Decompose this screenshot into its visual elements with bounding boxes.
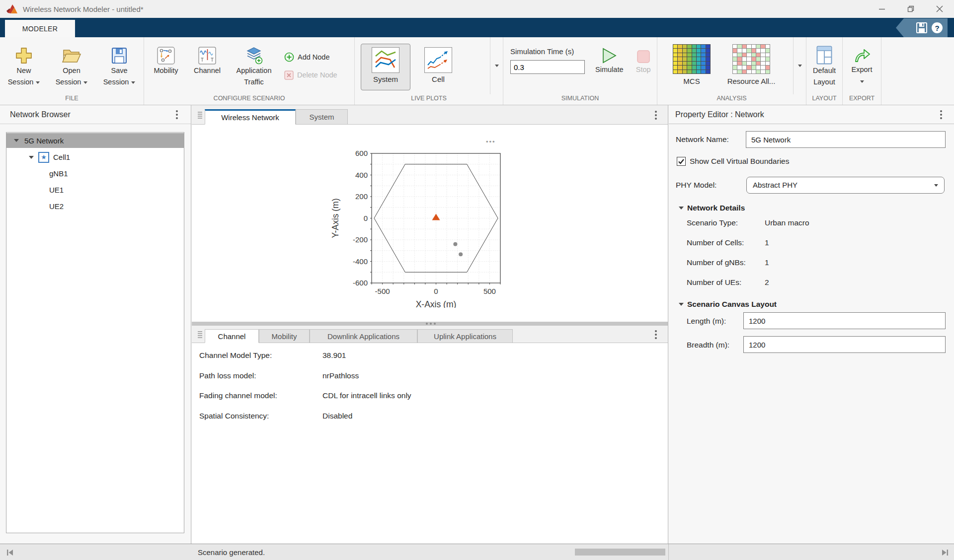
tree-expander-icon[interactable] [29,156,34,159]
simulate-button[interactable]: Simulate [589,37,630,94]
detail-label: Scenario Type: [687,215,738,230]
tree-item-ue2[interactable]: UE2 [6,198,184,214]
kebab-icon [655,114,657,116]
simulation-time-input[interactable] [510,60,585,74]
canvas-tabstrip: Wireless Network System [192,105,668,125]
splitter-handle-icon [430,323,432,325]
tree-item-label: gNB1 [49,169,68,178]
analysis-gallery-dropdown[interactable] [793,37,806,94]
quick-save-icon[interactable] [916,22,928,34]
horizontal-scrollbar-thumb[interactable] [575,549,665,556]
show-boundaries-checkbox[interactable] [677,157,686,166]
resource-allocation-icon [732,44,770,74]
property-editor-panel: Property Editor : Network Network Name: … [669,105,954,544]
window-title: Wireless Network Modeler - untitled* [23,5,144,13]
simulate-icon [601,48,617,64]
tab-channel[interactable]: Channel [205,329,259,343]
dropdown-caret-icon [83,81,87,84]
dropdown-caret-icon [934,184,938,187]
network-browser-menu-button[interactable] [172,109,182,121]
tab-modeler[interactable]: MODELER [5,20,75,37]
channel-button[interactable]: Channel [188,37,227,94]
detail-value: 2 [765,275,769,290]
tab-mobility[interactable]: Mobility [259,329,310,343]
network-name-input[interactable] [746,131,946,148]
horizontal-splitter[interactable] [192,322,668,326]
phy-model-dropdown[interactable]: Abstract PHY [746,177,945,194]
drag-handle-icon[interactable] [198,112,202,119]
status-bar: Scenario generated. [0,544,954,560]
channel-property-label: Channel Model Type: [199,348,272,363]
detail-value: 1 [765,235,769,250]
expand-right-panel-button[interactable] [941,549,949,559]
channel-property-label: Path loss model: [199,368,256,383]
drag-handle-icon[interactable] [198,331,202,339]
minimize-button[interactable] [868,0,896,18]
new-session-button[interactable]: New Session [0,37,48,94]
live-plot-cell-button[interactable]: Cell [413,44,463,90]
export-icon [853,48,871,63]
mobility-button[interactable]: Mobility [144,37,188,94]
property-editor-menu-button[interactable] [936,109,946,121]
network-browser-header: Network Browser [0,105,191,124]
restore-button[interactable] [896,0,925,18]
svg-text:600: 600 [355,149,368,157]
channel-property-label: Spatial Consistency: [199,409,269,423]
delete-node-button[interactable]: Delete Node [284,66,354,84]
tab-uplink-applications[interactable]: Uplink Applications [417,329,513,343]
collapse-left-panel-button[interactable] [6,549,14,559]
tab-downlink-applications[interactable]: Downlink Applications [310,329,417,343]
section-expander-icon [679,207,684,210]
export-button[interactable]: Export [843,37,881,94]
canvas-menu-button[interactable] [651,109,661,121]
svg-text:X-Axis (m): X-Axis (m) [416,299,457,308]
live-plot-system-button[interactable]: System [361,44,410,90]
default-layout-button[interactable]: Default Layout [806,37,842,94]
add-node-button[interactable]: Add Node [284,48,354,66]
kebab-icon [176,114,178,116]
save-session-button[interactable]: Save Session [95,37,143,94]
skip-to-end-icon [941,549,949,557]
scenario-canvas-panel: Wireless Network System ••• -50005006004… [192,105,668,544]
mcs-icon [673,44,711,74]
length-input[interactable] [743,312,946,329]
close-button[interactable] [925,0,954,18]
network-name-label: Network Name: [676,131,729,148]
scenario-plot-canvas[interactable]: -50005006004002000-200-400-600X-Axis (m)… [316,137,505,308]
network-tree: 5G Network ★ Cell1 gNB1 UE1 UE2 [6,132,184,533]
tree-item-ue1[interactable]: UE1 [6,182,184,198]
breadth-input[interactable] [743,336,946,353]
tree-item-5g-network[interactable]: 5G Network [6,133,184,148]
status-divider [668,544,669,560]
tree-item-gnb1[interactable]: gNB1 [6,165,184,182]
svg-text:-600: -600 [353,279,368,287]
dropdown-caret-icon [798,65,802,67]
help-icon[interactable]: ? [932,22,943,33]
delete-node-icon [284,70,294,80]
tree-expander-icon[interactable] [14,139,19,142]
tab-system[interactable]: System [296,109,348,125]
title-bar: Wireless Network Modeler - untitled* [0,0,954,18]
svg-text:200: 200 [355,192,368,201]
tree-item-label: 5G Network [24,137,64,145]
live-plots-gallery-dropdown[interactable] [490,37,503,94]
mcs-plot-button[interactable]: MCS [664,37,719,94]
dropdown-caret-icon [131,81,135,84]
scenario-canvas-layout-section[interactable]: Scenario Canvas Layout [679,297,777,312]
details-menu-button[interactable] [651,329,661,341]
minimize-icon [878,5,885,12]
open-session-button[interactable]: Open Session [48,37,95,94]
application-traffic-button[interactable]: Application Traffic [227,37,281,94]
stop-button[interactable]: Stop [630,37,657,94]
tab-wireless-network[interactable]: Wireless Network [205,109,296,125]
restore-icon [907,5,914,12]
section-label-live-plots: LIVE PLOTS [355,94,503,105]
tree-item-label: UE2 [49,202,64,210]
network-details-section[interactable]: Network Details [679,201,745,215]
wireless-network-modeler-window: Wireless Network Modeler - untitled* MOD… [0,0,954,560]
resource-allocation-plot-button[interactable]: Resource All... [719,37,784,94]
svg-text:-500: -500 [375,287,390,295]
detail-value: Urban macro [765,215,809,230]
section-expander-icon [679,303,684,306]
tree-item-cell1[interactable]: ★ Cell1 [6,149,184,165]
